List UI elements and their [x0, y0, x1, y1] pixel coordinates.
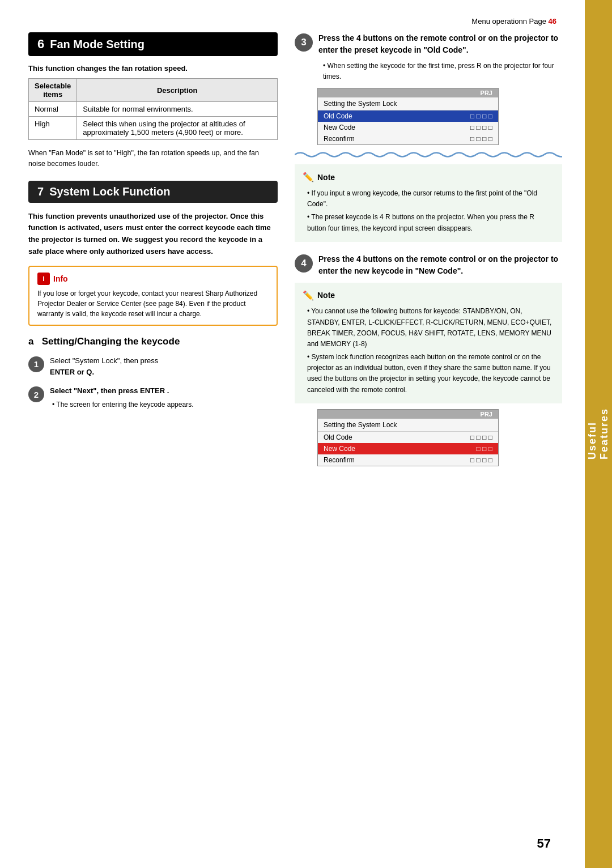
note-box-3: ✏️ Note If you input a wrong keycode, th… [295, 164, 562, 241]
prj-reconfirm2-value: □ □ □ □ [470, 456, 492, 464]
note4-list: You cannot use the following buttons for… [303, 306, 554, 395]
info-label: Info [53, 274, 68, 283]
fan-row2-desc: Select this when using the projector at … [77, 117, 278, 140]
side-tab-line1: Useful [586, 422, 598, 460]
prj-row-reconfirm-2: Reconfirm □ □ □ □ [318, 454, 498, 466]
left-column: 6 Fan Mode Setting This function changes… [28, 32, 278, 478]
step2-badge: 2 [28, 386, 44, 402]
prj-newcode2-value: □ □ □ [477, 445, 492, 453]
sub-heading: a Setting/Changing the keycode [28, 336, 278, 347]
note-icon-3: ✏️ [303, 170, 314, 185]
step3-note1-item: When setting the keycode for the first t… [323, 61, 562, 82]
prj-screen2-title: Setting the System Lock [318, 419, 498, 432]
note4-item1: You cannot use the following buttons for… [307, 306, 554, 350]
step2-sub: • The screen for entering the keycode ap… [50, 399, 193, 410]
prj-row-oldcode-1: Old Code □ □ □ □ [318, 110, 498, 122]
info-box-text: If you lose or forget your keycode, cont… [37, 288, 269, 319]
fan-row1-item: Normal [29, 102, 77, 117]
page-number: 57 [537, 836, 551, 851]
fan-note: When "Fan Mode" is set to "High", the fa… [28, 148, 278, 169]
prj-oldcode2-label: Old Code [324, 433, 352, 441]
note4-item2: System lock function recognizes each but… [307, 352, 554, 395]
prj-oldcode2-value: □ □ □ □ [470, 433, 492, 441]
prj-row-reconfirm-1: Reconfirm □ □ □ □ [318, 133, 498, 144]
page-container: Menu operationn Page 46 6 Fan Mode Setti… [0, 0, 612, 868]
note-header-3: ✏️ Note [303, 170, 554, 185]
prj-screen-2: PRJ Setting the System Lock Old Code □ □… [317, 409, 499, 466]
prj-newcode2-label: New Code [324, 445, 355, 453]
step3: 3 Press the 4 buttons on the remote cont… [295, 32, 562, 242]
info-icon: i [37, 273, 50, 285]
step3-note1: When setting the keycode for the first t… [318, 61, 562, 82]
step2-content: Select "Next", then press ENTER . • The … [50, 385, 193, 410]
section6-number: 6 [37, 37, 44, 52]
note3-item2: The preset keycode is 4 R buttons on the… [307, 212, 554, 233]
section7-number: 7 [37, 185, 44, 198]
step1-badge: 1 [28, 356, 44, 372]
sub-heading-letter: a [28, 336, 33, 347]
section6-heading: 6 Fan Mode Setting [28, 32, 278, 56]
section6-title: Fan Mode Setting [50, 38, 144, 51]
step3-badge: 3 [295, 33, 313, 52]
note-label-3: Note [317, 171, 335, 184]
side-tab: Useful Features [585, 0, 612, 868]
sub-heading-title: Setting/Changing the keycode [42, 336, 180, 347]
note-header-4: ✏️ Note [303, 288, 554, 303]
prj-row-newcode-2: New Code □ □ □ [318, 443, 498, 454]
note3-item1: If you input a wrong keycode, the cursor… [307, 188, 554, 210]
page-ref: 46 [549, 17, 556, 25]
right-column: 3 Press the 4 buttons on the remote cont… [295, 32, 562, 478]
two-column-layout: 6 Fan Mode Setting This function changes… [28, 32, 562, 478]
step1-content: Select "System Lock", then press ENTER o… [50, 355, 158, 379]
step1-text: Select "System Lock", then press [50, 356, 158, 365]
step4-title: Press the 4 buttons on the remote contro… [318, 253, 562, 277]
wavy-svg-1 [295, 151, 562, 159]
note-icon-4: ✏️ [303, 288, 314, 303]
prj-newcode1-value: □ □ □ □ [470, 124, 492, 131]
prj-screen1-title: Setting the System Lock [318, 97, 498, 110]
fan-row2-item: High [29, 117, 77, 140]
prj-screen1-header: PRJ [318, 88, 498, 97]
main-content: Menu operationn Page 46 6 Fan Mode Setti… [0, 0, 585, 868]
prj-row-newcode-1: New Code □ □ □ □ [318, 122, 498, 133]
step2-text: Select "Next", then press ENTER . [50, 386, 169, 395]
prj-reconfirm1-label: Reconfirm [324, 135, 355, 143]
table-row: Normal Suitable for normal environments. [29, 102, 278, 117]
table-row: High Select this when using the projecto… [29, 117, 278, 140]
fan-table-col1-header: Selectable items [29, 79, 77, 102]
step3-title: Press the 4 buttons on the remote contro… [318, 32, 562, 56]
prj-oldcode1-value: □ □ □ □ [470, 112, 492, 120]
step1: 1 Select "System Lock", then press ENTER… [28, 355, 278, 379]
info-box: i Info If you lose or forget your keycod… [28, 266, 278, 326]
prj-reconfirm2-label: Reconfirm [324, 456, 355, 464]
info-box-header: i Info [37, 273, 269, 285]
prj-screen2-header: PRJ [318, 410, 498, 419]
note-label-4: Note [317, 289, 335, 301]
step1-text2: ENTER or Q. [50, 368, 94, 376]
section7-heading: 7 System Lock Function [28, 181, 278, 203]
prj-row-oldcode-2: Old Code □ □ □ □ [318, 432, 498, 443]
wavy-divider-1 [295, 151, 562, 159]
section6-intro: This function changes the fan rotation s… [28, 64, 278, 73]
section7-desc: This function prevents unauthorized use … [28, 211, 278, 258]
menu-op-text: Menu operationn Page [471, 17, 546, 25]
side-tab-text: Useful Features [586, 408, 610, 459]
note-box-4: ✏️ Note You cannot use the following but… [295, 283, 562, 403]
step4: 4 Press the 4 buttons on the remote cont… [295, 253, 562, 466]
prj-screen-1: PRJ Setting the System Lock Old Code □ □… [317, 88, 499, 145]
fan-table: Selectable items Description Normal Suit… [28, 78, 278, 140]
prj-reconfirm1-value: □ □ □ □ [470, 135, 492, 143]
fan-table-col2-header: Description [77, 79, 278, 102]
fan-row1-desc: Suitable for normal environments. [77, 102, 278, 117]
step4-badge: 4 [295, 254, 313, 273]
menu-op-header: Menu operationn Page 46 [28, 17, 562, 25]
prj-newcode1-label: New Code [324, 124, 355, 131]
note3-list: If you input a wrong keycode, the cursor… [303, 188, 554, 234]
prj-oldcode1-label: Old Code [324, 112, 352, 120]
side-tab-line2: Features [598, 408, 610, 459]
step2: 2 Select "Next", then press ENTER . • Th… [28, 385, 278, 410]
section7-title: System Lock Function [49, 185, 170, 198]
